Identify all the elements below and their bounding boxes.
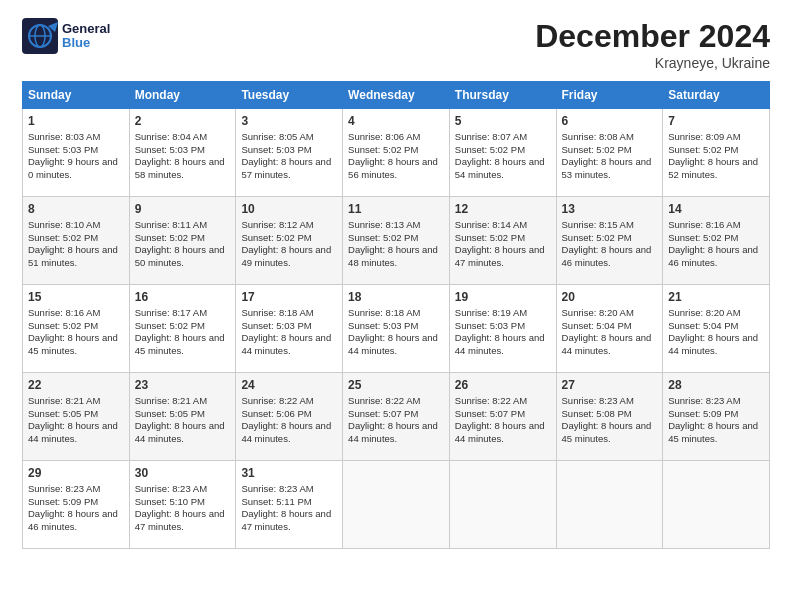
day-number: 22 <box>28 377 124 394</box>
daylight-label: Daylight: 8 hours and 57 minutes. <box>241 156 331 180</box>
table-row: 28 Sunrise: 8:23 AM Sunset: 5:09 PM Dayl… <box>663 373 770 461</box>
table-row: 18 Sunrise: 8:18 AM Sunset: 5:03 PM Dayl… <box>343 285 450 373</box>
daylight-label: Daylight: 8 hours and 44 minutes. <box>241 420 331 444</box>
day-info: Sunrise: 8:11 AM Sunset: 5:02 PM Dayligh… <box>135 219 231 270</box>
day-info: Sunrise: 8:21 AM Sunset: 5:05 PM Dayligh… <box>28 395 124 446</box>
table-row: 7 Sunrise: 8:09 AM Sunset: 5:02 PM Dayli… <box>663 109 770 197</box>
daylight-label: Daylight: 8 hours and 47 minutes. <box>455 244 545 268</box>
day-number: 26 <box>455 377 551 394</box>
daylight-label: Daylight: 8 hours and 45 minutes. <box>135 332 225 356</box>
sunrise-label: Sunrise: 8:23 AM <box>135 483 207 494</box>
day-info: Sunrise: 8:23 AM Sunset: 5:09 PM Dayligh… <box>668 395 764 446</box>
daylight-label: Daylight: 8 hours and 44 minutes. <box>241 332 331 356</box>
daylight-label: Daylight: 8 hours and 45 minutes. <box>562 420 652 444</box>
day-number: 3 <box>241 113 337 130</box>
sunrise-label: Sunrise: 8:03 AM <box>28 131 100 142</box>
day-info: Sunrise: 8:16 AM Sunset: 5:02 PM Dayligh… <box>28 307 124 358</box>
daylight-label: Daylight: 8 hours and 44 minutes. <box>348 332 438 356</box>
table-row: 20 Sunrise: 8:20 AM Sunset: 5:04 PM Dayl… <box>556 285 663 373</box>
sunset-label: Sunset: 5:09 PM <box>28 496 98 507</box>
day-number: 9 <box>135 201 231 218</box>
day-info: Sunrise: 8:07 AM Sunset: 5:02 PM Dayligh… <box>455 131 551 182</box>
sunset-label: Sunset: 5:02 PM <box>562 144 632 155</box>
day-number: 10 <box>241 201 337 218</box>
sunset-label: Sunset: 5:09 PM <box>668 408 738 419</box>
daylight-label: Daylight: 8 hours and 44 minutes. <box>135 420 225 444</box>
daylight-label: Daylight: 8 hours and 53 minutes. <box>562 156 652 180</box>
table-row: 1 Sunrise: 8:03 AM Sunset: 5:03 PM Dayli… <box>23 109 130 197</box>
sunset-label: Sunset: 5:03 PM <box>28 144 98 155</box>
day-number: 31 <box>241 465 337 482</box>
table-row: 4 Sunrise: 8:06 AM Sunset: 5:02 PM Dayli… <box>343 109 450 197</box>
sunrise-label: Sunrise: 8:10 AM <box>28 219 100 230</box>
sunrise-label: Sunrise: 8:21 AM <box>28 395 100 406</box>
day-info: Sunrise: 8:12 AM Sunset: 5:02 PM Dayligh… <box>241 219 337 270</box>
sunrise-label: Sunrise: 8:19 AM <box>455 307 527 318</box>
daylight-label: Daylight: 8 hours and 44 minutes. <box>348 420 438 444</box>
day-info: Sunrise: 8:05 AM Sunset: 5:03 PM Dayligh… <box>241 131 337 182</box>
table-row: 12 Sunrise: 8:14 AM Sunset: 5:02 PM Dayl… <box>449 197 556 285</box>
table-row: 21 Sunrise: 8:20 AM Sunset: 5:04 PM Dayl… <box>663 285 770 373</box>
table-row <box>556 461 663 549</box>
day-number: 15 <box>28 289 124 306</box>
table-row <box>343 461 450 549</box>
sunset-label: Sunset: 5:02 PM <box>668 144 738 155</box>
sunset-label: Sunset: 5:04 PM <box>562 320 632 331</box>
day-number: 28 <box>668 377 764 394</box>
daylight-label: Daylight: 8 hours and 50 minutes. <box>135 244 225 268</box>
day-info: Sunrise: 8:23 AM Sunset: 5:08 PM Dayligh… <box>562 395 658 446</box>
sunset-label: Sunset: 5:03 PM <box>135 144 205 155</box>
daylight-label: Daylight: 8 hours and 46 minutes. <box>668 244 758 268</box>
table-row: 9 Sunrise: 8:11 AM Sunset: 5:02 PM Dayli… <box>129 197 236 285</box>
calendar-week-row: 15 Sunrise: 8:16 AM Sunset: 5:02 PM Dayl… <box>23 285 770 373</box>
sunset-label: Sunset: 5:02 PM <box>241 232 311 243</box>
sunrise-label: Sunrise: 8:15 AM <box>562 219 634 230</box>
sunset-label: Sunset: 5:02 PM <box>28 320 98 331</box>
sunrise-label: Sunrise: 8:09 AM <box>668 131 740 142</box>
sunrise-label: Sunrise: 8:17 AM <box>135 307 207 318</box>
day-number: 16 <box>135 289 231 306</box>
day-info: Sunrise: 8:13 AM Sunset: 5:02 PM Dayligh… <box>348 219 444 270</box>
day-info: Sunrise: 8:18 AM Sunset: 5:03 PM Dayligh… <box>348 307 444 358</box>
calendar-week-row: 1 Sunrise: 8:03 AM Sunset: 5:03 PM Dayli… <box>23 109 770 197</box>
sunrise-label: Sunrise: 8:06 AM <box>348 131 420 142</box>
day-info: Sunrise: 8:15 AM Sunset: 5:02 PM Dayligh… <box>562 219 658 270</box>
day-number: 14 <box>668 201 764 218</box>
daylight-label: Daylight: 8 hours and 52 minutes. <box>668 156 758 180</box>
sunrise-label: Sunrise: 8:05 AM <box>241 131 313 142</box>
day-info: Sunrise: 8:08 AM Sunset: 5:02 PM Dayligh… <box>562 131 658 182</box>
logo-text-blue: Blue <box>62 36 110 50</box>
sunrise-label: Sunrise: 8:13 AM <box>348 219 420 230</box>
table-row: 19 Sunrise: 8:19 AM Sunset: 5:03 PM Dayl… <box>449 285 556 373</box>
table-row: 24 Sunrise: 8:22 AM Sunset: 5:06 PM Dayl… <box>236 373 343 461</box>
logo-globe <box>22 18 58 54</box>
subtitle: Krayneye, Ukraine <box>535 55 770 71</box>
daylight-label: Daylight: 8 hours and 44 minutes. <box>28 420 118 444</box>
day-number: 11 <box>348 201 444 218</box>
sunset-label: Sunset: 5:02 PM <box>668 232 738 243</box>
sunset-label: Sunset: 5:02 PM <box>455 232 525 243</box>
col-monday: Monday <box>129 82 236 109</box>
day-number: 6 <box>562 113 658 130</box>
table-row: 6 Sunrise: 8:08 AM Sunset: 5:02 PM Dayli… <box>556 109 663 197</box>
table-row: 8 Sunrise: 8:10 AM Sunset: 5:02 PM Dayli… <box>23 197 130 285</box>
sunset-label: Sunset: 5:03 PM <box>348 320 418 331</box>
table-row: 29 Sunrise: 8:23 AM Sunset: 5:09 PM Dayl… <box>23 461 130 549</box>
day-number: 7 <box>668 113 764 130</box>
sunset-label: Sunset: 5:02 PM <box>455 144 525 155</box>
sunrise-label: Sunrise: 8:04 AM <box>135 131 207 142</box>
day-info: Sunrise: 8:18 AM Sunset: 5:03 PM Dayligh… <box>241 307 337 358</box>
sunset-label: Sunset: 5:05 PM <box>28 408 98 419</box>
sunset-label: Sunset: 5:02 PM <box>562 232 632 243</box>
sunset-label: Sunset: 5:08 PM <box>562 408 632 419</box>
sunset-label: Sunset: 5:05 PM <box>135 408 205 419</box>
day-info: Sunrise: 8:23 AM Sunset: 5:11 PM Dayligh… <box>241 483 337 534</box>
calendar-week-row: 8 Sunrise: 8:10 AM Sunset: 5:02 PM Dayli… <box>23 197 770 285</box>
table-row: 2 Sunrise: 8:04 AM Sunset: 5:03 PM Dayli… <box>129 109 236 197</box>
daylight-label: Daylight: 8 hours and 48 minutes. <box>348 244 438 268</box>
sunset-label: Sunset: 5:02 PM <box>348 232 418 243</box>
day-number: 23 <box>135 377 231 394</box>
sunrise-label: Sunrise: 8:14 AM <box>455 219 527 230</box>
col-tuesday: Tuesday <box>236 82 343 109</box>
table-row: 10 Sunrise: 8:12 AM Sunset: 5:02 PM Dayl… <box>236 197 343 285</box>
